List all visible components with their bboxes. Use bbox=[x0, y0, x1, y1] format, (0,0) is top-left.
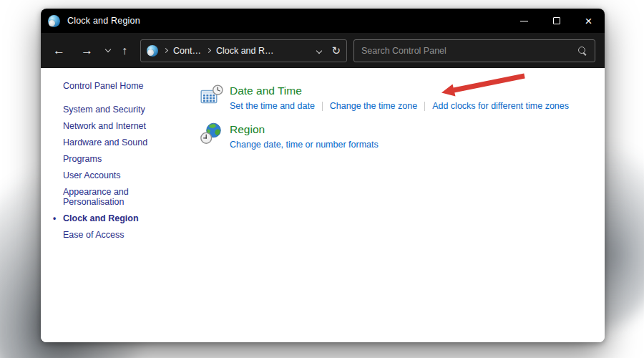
task-link-set-time-date[interactable]: Set the time and date bbox=[230, 101, 315, 111]
sidebar-item-user-accounts[interactable]: User Accounts bbox=[63, 170, 163, 180]
date-and-time-section: Date and Time Set the time and date Chan… bbox=[200, 84, 605, 111]
content-area: Control Panel Home System and Security N… bbox=[41, 68, 605, 342]
search-icon[interactable] bbox=[577, 46, 587, 56]
titlebar: Clock and Region × bbox=[41, 9, 605, 33]
back-button[interactable]: ← bbox=[50, 43, 68, 58]
refresh-button[interactable]: ↻ bbox=[331, 44, 341, 57]
calendar-clock-icon[interactable] bbox=[200, 84, 223, 107]
address-dropdown[interactable] bbox=[317, 45, 321, 55]
sidebar-item-clock-and-region[interactable]: • Clock and Region bbox=[63, 213, 163, 223]
sidebar-item-ease-of-access[interactable]: Ease of Access bbox=[63, 230, 163, 240]
forward-button[interactable]: → bbox=[78, 43, 96, 58]
navigation-toolbar: ← → ↑ Cont… Clock and R… ↻ bbox=[41, 33, 605, 68]
breadcrumb-control-panel[interactable]: Cont… bbox=[173, 46, 201, 56]
region-heading[interactable]: Region bbox=[230, 123, 379, 136]
date-and-time-body: Date and Time Set the time and date Chan… bbox=[230, 84, 569, 111]
minimize-icon bbox=[520, 21, 528, 21]
date-and-time-heading[interactable]: Date and Time bbox=[230, 84, 569, 97]
sidebar-item-label: Clock and Region bbox=[63, 213, 139, 223]
close-button[interactable]: × bbox=[572, 9, 605, 33]
breadcrumb-separator-icon bbox=[163, 48, 168, 53]
clock-region-app-icon bbox=[48, 15, 60, 27]
sidebar-item-network-and-internet[interactable]: Network and Internet bbox=[63, 121, 163, 131]
window-title: Clock and Region bbox=[67, 16, 140, 26]
task-separator bbox=[424, 102, 425, 111]
up-button[interactable]: ↑ bbox=[119, 44, 130, 58]
task-link-change-formats[interactable]: Change date, time or number formats bbox=[230, 140, 379, 150]
search-input[interactable] bbox=[361, 46, 577, 56]
address-bar[interactable]: Cont… Clock and R… ↻ bbox=[140, 39, 347, 62]
breadcrumb-clock-icon bbox=[147, 45, 158, 57]
control-panel-window: Clock and Region × ← → ↑ Cont… Clock and… bbox=[41, 9, 605, 342]
main-panel: Date and Time Set the time and date Chan… bbox=[179, 68, 605, 342]
maximize-button[interactable] bbox=[540, 9, 572, 33]
active-item-bullet: • bbox=[53, 213, 56, 223]
sidebar: Control Panel Home System and Security N… bbox=[41, 68, 179, 342]
sidebar-item-system-and-security[interactable]: System and Security bbox=[63, 105, 163, 115]
recent-pages-chevron-down-icon[interactable] bbox=[105, 47, 111, 52]
sidebar-item-hardware-and-sound[interactable]: Hardware and Sound bbox=[63, 137, 163, 147]
region-tasks: Change date, time or number formats bbox=[230, 140, 379, 150]
date-and-time-tasks: Set the time and date Change the time zo… bbox=[230, 101, 569, 111]
sidebar-item-appearance-personalisation[interactable]: Appearance and Personalisation bbox=[63, 187, 163, 207]
sidebar-item-control-panel-home[interactable]: Control Panel Home bbox=[63, 81, 163, 91]
task-link-add-clocks[interactable]: Add clocks for different time zones bbox=[432, 101, 569, 111]
window-controls: × bbox=[508, 9, 605, 33]
globe-clock-icon[interactable] bbox=[200, 122, 223, 145]
breadcrumb-separator-icon bbox=[206, 48, 211, 53]
minimize-button[interactable] bbox=[508, 9, 540, 33]
region-body: Region Change date, time or number forma… bbox=[230, 122, 379, 150]
region-section: Region Change date, time or number forma… bbox=[200, 122, 605, 150]
breadcrumb-clock-and-region[interactable]: Clock and R… bbox=[216, 46, 274, 56]
search-box bbox=[353, 39, 595, 62]
task-separator bbox=[322, 102, 323, 111]
task-link-change-time-zone[interactable]: Change the time zone bbox=[330, 101, 417, 111]
close-icon: × bbox=[585, 15, 592, 27]
sidebar-item-programs[interactable]: Programs bbox=[63, 154, 163, 164]
maximize-icon bbox=[553, 17, 560, 24]
chevron-down-icon bbox=[316, 48, 322, 54]
